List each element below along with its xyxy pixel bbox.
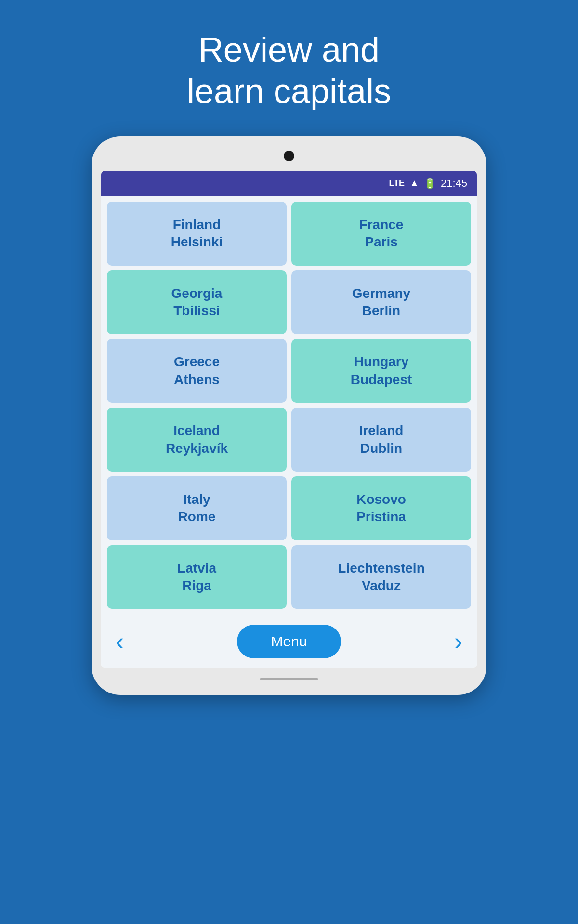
card-iceland[interactable]: IcelandReykjavík — [107, 408, 287, 472]
card-country-ireland: Ireland — [359, 422, 404, 439]
card-italy[interactable]: ItalyRome — [107, 476, 287, 540]
card-capital-germany: Berlin — [362, 302, 400, 320]
page-title: Review and learn capitals — [158, 29, 420, 112]
card-country-iceland: Iceland — [173, 422, 220, 439]
card-greece[interactable]: GreeceAthens — [107, 339, 287, 403]
battery-icon: 🔋 — [424, 178, 436, 189]
card-country-kosovo: Kosovo — [356, 491, 406, 508]
lte-indicator: LTE — [389, 178, 405, 188]
card-capital-greece: Athens — [174, 371, 220, 388]
card-france[interactable]: FranceParis — [291, 202, 471, 266]
card-capital-finland: Helsinki — [171, 233, 223, 251]
status-bar: LTE ▲ 🔋 21:45 — [101, 171, 477, 196]
prev-button[interactable]: ‹ — [116, 629, 124, 654]
clock: 21:45 — [441, 177, 467, 190]
card-capital-kosovo: Pristina — [356, 508, 406, 526]
card-capital-liechtenstein: Vaduz — [362, 577, 401, 594]
card-capital-hungary: Budapest — [351, 371, 412, 388]
card-country-germany: Germany — [352, 285, 410, 302]
card-hungary[interactable]: HungaryBudapest — [291, 339, 471, 403]
home-bar — [260, 678, 318, 680]
card-capital-iceland: Reykjavík — [166, 440, 228, 457]
card-liechtenstein[interactable]: LiechtensteinVaduz — [291, 545, 471, 609]
card-capital-georgia: Tbilissi — [173, 302, 220, 320]
device-frame: LTE ▲ 🔋 21:45 FinlandHelsinkiFranceParis… — [92, 136, 486, 695]
card-country-latvia: Latvia — [177, 560, 216, 577]
card-country-hungary: Hungary — [354, 353, 409, 371]
device-screen: LTE ▲ 🔋 21:45 FinlandHelsinkiFranceParis… — [101, 171, 477, 668]
card-country-liechtenstein: Liechtenstein — [338, 560, 424, 577]
next-button[interactable]: › — [454, 629, 462, 654]
card-country-italy: Italy — [183, 491, 210, 508]
card-capital-italy: Rome — [178, 508, 216, 526]
card-country-georgia: Georgia — [171, 285, 223, 302]
card-capital-latvia: Riga — [182, 577, 211, 594]
card-kosovo[interactable]: KosovoPristina — [291, 476, 471, 540]
card-capital-france: Paris — [365, 233, 398, 251]
bottom-nav: ‹ Menu › — [101, 615, 477, 668]
card-ireland[interactable]: IrelandDublin — [291, 408, 471, 472]
card-germany[interactable]: GermanyBerlin — [291, 270, 471, 334]
signal-icon: ▲ — [409, 178, 419, 189]
device-camera — [284, 151, 294, 161]
cards-grid: FinlandHelsinkiFranceParisGeorgiaTbiliss… — [101, 196, 477, 615]
card-finland[interactable]: FinlandHelsinki — [107, 202, 287, 266]
card-country-finland: Finland — [173, 216, 221, 233]
card-country-france: France — [359, 216, 404, 233]
card-country-greece: Greece — [174, 353, 220, 371]
menu-button[interactable]: Menu — [237, 625, 341, 658]
card-georgia[interactable]: GeorgiaTbilissi — [107, 270, 287, 334]
card-capital-ireland: Dublin — [360, 440, 402, 457]
card-latvia[interactable]: LatviaRiga — [107, 545, 287, 609]
